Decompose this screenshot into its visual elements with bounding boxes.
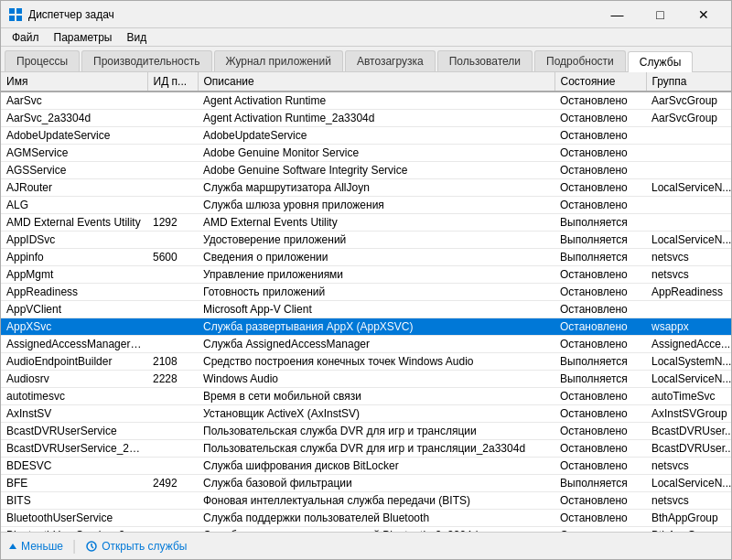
menu-view[interactable]: Вид xyxy=(119,29,154,46)
table-row[interactable]: AMD External Events Utility1292AMD Exter… xyxy=(1,214,731,232)
title-bar: Диспетчер задач — □ ✕ xyxy=(1,1,731,28)
cell-desc: Время в сети мобильной связи xyxy=(198,388,554,405)
cell-desc: Служба развертывания AppX (AppXSVC) xyxy=(198,318,554,336)
cell-pid xyxy=(147,197,198,214)
table-row[interactable]: AGSServiceAdobe Genuine Software Integri… xyxy=(1,162,731,179)
cell-desc: Служба маршрутизатора AllJoyn xyxy=(198,179,554,197)
maximize-button[interactable]: □ xyxy=(640,3,681,27)
tab-details[interactable]: Подробности xyxy=(534,50,626,71)
services-table-container[interactable]: Имя ИД п... Описание Состояние Группа Aa… xyxy=(1,72,731,532)
cell-status: Остановлено xyxy=(554,440,646,458)
cell-desc: Служба базовой фильтрации xyxy=(198,475,554,492)
table-row[interactable]: AppReadinessГотовность приложенийОстанов… xyxy=(1,284,731,301)
table-row[interactable]: BluetoothUserServiceСлужба поддержки пол… xyxy=(1,510,731,527)
tab-startup[interactable]: Автозагрузка xyxy=(345,50,436,71)
table-row[interactable]: AppMgmtУправление приложениямиОстановлен… xyxy=(1,266,731,284)
cell-group: AppReadiness xyxy=(646,284,731,301)
tab-services[interactable]: Службы xyxy=(628,51,693,72)
cell-name: AudioEndpointBuilder xyxy=(1,353,147,371)
tab-app-history[interactable]: Журнал приложений xyxy=(214,50,343,71)
table-row[interactable]: Audiosrv2228Windows AudioВыполняетсяLoca… xyxy=(1,371,731,388)
cell-name: AppMgmt xyxy=(1,266,147,284)
close-button[interactable]: ✕ xyxy=(683,3,724,27)
cell-desc: Служба AssignedAccessManager xyxy=(198,336,554,353)
cell-group xyxy=(646,197,731,214)
cell-pid: 5600 xyxy=(147,249,198,266)
cell-pid: 2228 xyxy=(147,371,198,388)
cell-desc: Средство построения конечных точек Windo… xyxy=(198,353,554,371)
tab-performance[interactable]: Производительность xyxy=(81,50,211,71)
cell-name: AdobeUpdateService xyxy=(1,127,147,145)
table-header-row: Имя ИД п... Описание Состояние Группа xyxy=(1,72,731,92)
col-header-desc[interactable]: Описание xyxy=(198,72,554,92)
cell-name: BDESVC xyxy=(1,458,147,475)
cell-desc: Пользовательская служба DVR для игр и тр… xyxy=(198,440,554,458)
footer-divider: | xyxy=(72,538,76,555)
table-row[interactable]: AppXSvcСлужба развертывания AppX (AppXSV… xyxy=(1,318,731,336)
title-bar-left: Диспетчер задач xyxy=(8,7,114,22)
table-row[interactable]: AppVClientMicrosoft App-V ClientОстановл… xyxy=(1,301,731,318)
menu-file[interactable]: Файл xyxy=(5,29,47,46)
svg-rect-2 xyxy=(9,16,15,21)
footer: Меньше | Открыть службы xyxy=(1,532,731,559)
tab-users[interactable]: Пользователи xyxy=(437,50,533,71)
table-row[interactable]: AarSvcAgent Activation RuntimeОстановлен… xyxy=(1,92,731,110)
col-header-name[interactable]: Имя xyxy=(1,72,147,92)
cell-group: BcastDVRUser... xyxy=(646,440,731,458)
cell-pid xyxy=(147,301,198,318)
col-header-group[interactable]: Группа xyxy=(646,72,731,92)
minimize-button[interactable]: — xyxy=(597,3,638,27)
cell-group xyxy=(646,127,731,145)
table-row[interactable]: AssignedAccessManagerSvcСлужба AssignedA… xyxy=(1,336,731,353)
table-row[interactable]: BcastDVRUserServiceПользовательская служ… xyxy=(1,423,731,440)
cell-pid xyxy=(147,318,198,336)
col-header-pid[interactable]: ИД п... xyxy=(147,72,198,92)
cell-pid xyxy=(147,405,198,423)
table-row[interactable]: AudioEndpointBuilder2108Средство построе… xyxy=(1,353,731,371)
cell-name: autotimesvc xyxy=(1,388,147,405)
svg-rect-3 xyxy=(16,16,22,21)
table-row[interactable]: BFE2492Служба базовой фильтрацииВыполняе… xyxy=(1,475,731,492)
cell-desc: Установщик ActiveX (AxInstSV) xyxy=(198,405,554,423)
cell-pid xyxy=(147,336,198,353)
cell-status: Остановлено xyxy=(554,318,646,336)
cell-group: netsvcs xyxy=(646,492,731,510)
menu-settings[interactable]: Параметры xyxy=(47,29,120,46)
cell-status: Остановлено xyxy=(554,266,646,284)
table-row[interactable]: autotimesvcВремя в сети мобильной связиО… xyxy=(1,388,731,405)
cell-pid xyxy=(147,388,198,405)
cell-desc: AdobeUpdateService xyxy=(198,127,554,145)
cell-name: BluetoothUserService xyxy=(1,510,147,527)
table-row[interactable]: Appinfo5600Сведения о приложенииВыполняе… xyxy=(1,249,731,266)
table-row[interactable]: BcastDVRUserService_2a330...Пользователь… xyxy=(1,440,731,458)
table-row[interactable]: ALGСлужба шлюза уровня приложенияОстанов… xyxy=(1,197,731,214)
table-row[interactable]: AxInstSVУстановщик ActiveX (AxInstSV)Ост… xyxy=(1,405,731,423)
table-row[interactable]: AdobeUpdateServiceAdobeUpdateServiceОста… xyxy=(1,127,731,145)
table-row[interactable]: AGMServiceAdobe Genuine Monitor ServiceО… xyxy=(1,145,731,162)
cell-name: AssignedAccessManagerSvc xyxy=(1,336,147,353)
cell-pid xyxy=(147,92,198,110)
tab-processes[interactable]: Процессы xyxy=(5,50,80,71)
table-row[interactable]: AarSvc_2a3304dAgent Activation Runtime_2… xyxy=(1,110,731,127)
cell-name: Audiosrv xyxy=(1,371,147,388)
table-row[interactable]: BDESVCСлужба шифрования дисков BitLocker… xyxy=(1,458,731,475)
table-row[interactable]: AJRouterСлужба маршрутизатора AllJoynОст… xyxy=(1,179,731,197)
table-row[interactable]: BITSФоновая интеллектуальная служба пере… xyxy=(1,492,731,510)
cell-status: Остановлено xyxy=(554,145,646,162)
svg-marker-4 xyxy=(9,544,16,549)
cell-desc: Windows Audio xyxy=(198,371,554,388)
cell-status: Выполняется xyxy=(554,232,646,249)
table-row[interactable]: AppIDSvcУдостоверение приложенийВыполняе… xyxy=(1,232,731,249)
cell-desc: AMD External Events Utility xyxy=(198,214,554,232)
col-header-status[interactable]: Состояние xyxy=(554,72,646,92)
cell-name: AarSvc_2a3304d xyxy=(1,110,147,127)
cell-pid xyxy=(147,284,198,301)
cell-status: Выполняется xyxy=(554,249,646,266)
cell-group xyxy=(646,162,731,179)
open-services-button[interactable]: Открыть службы xyxy=(85,540,187,553)
cell-desc: Сведения о приложении xyxy=(198,249,554,266)
less-button[interactable]: Меньше xyxy=(8,540,63,553)
cell-group: LocalServiceN... xyxy=(646,475,731,492)
cell-group: netsvcs xyxy=(646,249,731,266)
services-icon xyxy=(85,540,98,553)
